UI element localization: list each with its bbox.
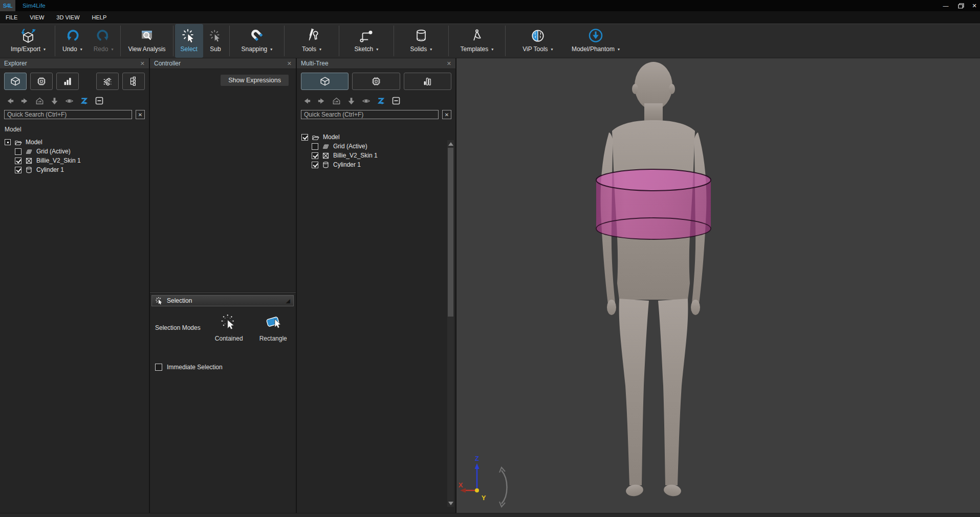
multitree-search-row: ✕ xyxy=(297,110,455,119)
tab-simulation-chip[interactable] xyxy=(30,73,53,90)
tree-row[interactable]: Model xyxy=(297,132,455,142)
controller-panel-header[interactable]: Controller ✕ xyxy=(150,58,296,69)
toolbar-solids[interactable]: Solids▾ xyxy=(396,24,447,58)
scrollbar[interactable] xyxy=(447,140,454,507)
vip-brain-icon xyxy=(530,27,546,45)
scrollbar-thumb[interactable] xyxy=(448,148,453,317)
collapse-all-icon[interactable] xyxy=(391,96,401,106)
toolbar-sub[interactable]: Sub xyxy=(203,24,228,58)
show-expressions-button[interactable]: Show Expressions xyxy=(221,75,289,86)
explorer-navrow xyxy=(0,93,149,110)
toolbar-separator xyxy=(284,26,285,56)
toolbar-label: Select xyxy=(181,46,198,53)
toolbar-vip-tools[interactable]: ViP Tools▾ xyxy=(510,24,565,58)
cube-icon xyxy=(10,76,21,87)
scroll-up-button[interactable] xyxy=(447,140,454,147)
viewport-3d[interactable]: Z X Y xyxy=(456,58,980,513)
search-input[interactable] xyxy=(4,110,132,119)
tree-row[interactable]: Model xyxy=(0,138,149,147)
tab-tree-structure[interactable] xyxy=(122,73,145,90)
dropdown-arrow-icon: ▾ xyxy=(111,47,113,52)
collapse-triangle-icon[interactable]: ◢ xyxy=(286,298,290,304)
visibility-eye-icon[interactable] xyxy=(361,96,371,106)
toolbar-tools[interactable]: Tools▾ xyxy=(286,24,337,58)
minimize-button[interactable]: — xyxy=(938,0,953,11)
immediate-selection-checkbox[interactable] xyxy=(155,364,162,371)
forward-arrow-icon[interactable] xyxy=(20,96,30,106)
viewport-scene[interactable]: Z X Y xyxy=(456,58,980,513)
checkbox[interactable] xyxy=(312,162,318,168)
forward-arrow-icon[interactable] xyxy=(317,96,326,106)
menu-view[interactable]: VIEW xyxy=(30,14,44,20)
close-button[interactable]: ✕ xyxy=(969,0,980,11)
mode-contained-button[interactable]: Contained xyxy=(209,313,249,342)
toolbar-redo[interactable]: Redo▾ xyxy=(88,24,119,58)
checkbox[interactable] xyxy=(15,158,21,164)
select-cursor-icon xyxy=(181,27,197,45)
toolbar-view-analysis[interactable]: View Analysis xyxy=(122,24,171,58)
restore-button[interactable] xyxy=(953,0,969,11)
tree-row[interactable]: Billie_V2_Skin 1 xyxy=(297,151,455,160)
collapse-all-icon[interactable] xyxy=(94,96,104,106)
tree-expander[interactable] xyxy=(5,139,11,145)
checkbox[interactable] xyxy=(301,134,308,141)
tab-analysis-bars[interactable] xyxy=(404,73,451,90)
toolbar-label: Undo xyxy=(62,46,77,53)
toolbar-separator xyxy=(120,26,121,56)
menu-3d-view[interactable]: 3D VIEW xyxy=(56,14,79,20)
close-icon[interactable]: ✕ xyxy=(140,60,145,67)
tab-simulation-chip[interactable] xyxy=(352,73,400,90)
multitree-panel-header[interactable]: Multi-Tree ✕ xyxy=(297,58,455,69)
back-arrow-icon[interactable] xyxy=(5,96,15,106)
selection-section-header[interactable]: Selection ◢ xyxy=(151,295,294,306)
checkbox[interactable] xyxy=(15,148,21,155)
toolbar-undo[interactable]: Undo▾ xyxy=(57,24,88,58)
mode-rectangle-button[interactable]: Rectangle xyxy=(253,313,293,342)
toolbar-model-phantom[interactable]: Model/Phantom▾ xyxy=(565,24,626,58)
home-icon[interactable] xyxy=(332,96,341,106)
tree-row[interactable]: Cylinder 1 xyxy=(0,165,149,174)
titlebar[interactable]: S4L Sim4Life — ✕ xyxy=(0,0,980,11)
toolbar-label: Tools xyxy=(302,46,316,53)
immediate-selection-row[interactable]: Immediate Selection xyxy=(155,364,223,371)
toolbar-snapping[interactable]: Snapping▾ xyxy=(231,24,282,58)
multitree-panel-title: Multi-Tree xyxy=(301,60,329,67)
close-icon[interactable]: ✕ xyxy=(287,60,292,67)
toolbar-select[interactable]: Select xyxy=(175,24,203,58)
immediate-selection-label: Immediate Selection xyxy=(167,364,223,371)
back-arrow-icon[interactable] xyxy=(302,96,312,106)
toolbar-templates[interactable]: Templates▾ xyxy=(450,24,504,58)
down-arrow-icon[interactable] xyxy=(346,96,356,106)
menu-file[interactable]: FILE xyxy=(6,14,17,20)
zoom-extents-icon[interactable] xyxy=(376,96,386,106)
home-icon[interactable] xyxy=(35,96,45,106)
tab-model-cube[interactable] xyxy=(4,73,27,90)
close-icon[interactable]: ✕ xyxy=(447,60,451,67)
search-input[interactable] xyxy=(301,110,439,119)
axis-z-label: Z xyxy=(475,455,479,462)
tree-row[interactable]: Grid (Active) xyxy=(297,142,455,151)
tree-row[interactable]: Cylinder 1 xyxy=(297,160,455,169)
search-clear-button[interactable]: ✕ xyxy=(136,110,145,119)
solids-cylinder-icon xyxy=(413,27,429,45)
toolbar-separator xyxy=(229,26,230,56)
tab-analysis-bars[interactable] xyxy=(56,73,79,90)
scroll-down-button[interactable] xyxy=(447,500,454,507)
explorer-panel-header[interactable]: Explorer ✕ xyxy=(0,58,149,69)
checkbox[interactable] xyxy=(312,143,318,150)
chip-icon xyxy=(36,76,47,87)
checkbox[interactable] xyxy=(15,167,21,173)
visibility-eye-icon[interactable] xyxy=(64,96,74,106)
toolbar-sketch[interactable]: Sketch▾ xyxy=(341,24,392,58)
toolbar-imp-export[interactable]: Imp/Export▾ xyxy=(3,24,53,58)
search-clear-button[interactable]: ✕ xyxy=(442,110,451,119)
zoom-extents-icon[interactable] xyxy=(79,96,89,106)
checkbox[interactable] xyxy=(312,152,318,159)
toolbar-separator xyxy=(339,26,339,56)
tree-row[interactable]: Billie_V2_Skin 1 xyxy=(0,156,149,165)
tab-settings-sliders[interactable] xyxy=(96,73,119,90)
down-arrow-icon[interactable] xyxy=(50,96,59,106)
tree-row[interactable]: Grid (Active) xyxy=(0,147,149,156)
menu-help[interactable]: HELP xyxy=(92,14,107,20)
tab-model-cube[interactable] xyxy=(301,73,349,90)
